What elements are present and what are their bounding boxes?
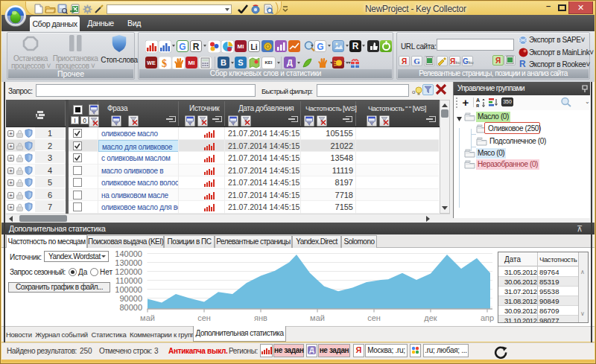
svg-text:o: o [412, 89, 416, 95]
svg-text:я: я [476, 103, 479, 108]
svg-text:$: $ [162, 58, 167, 69]
svg-text:А: А [476, 98, 480, 103]
